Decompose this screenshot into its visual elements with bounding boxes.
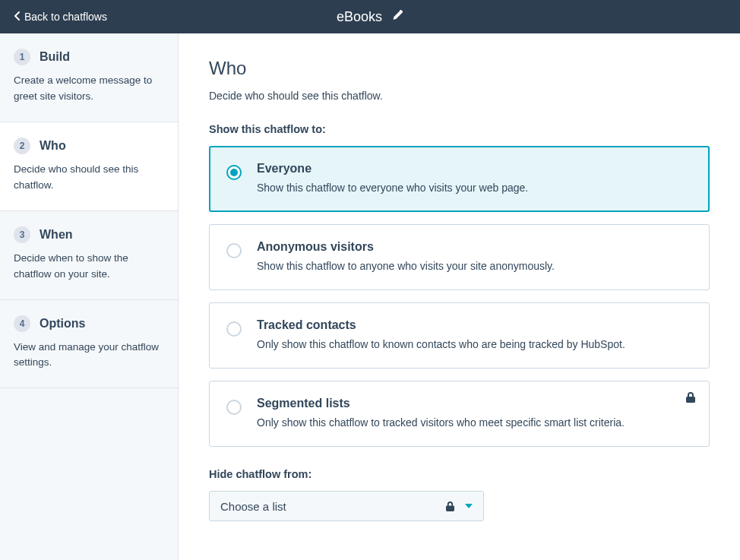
step-title: Who: [40, 139, 66, 153]
radio-everyone[interactable]: [226, 165, 242, 180]
back-to-chatflows-link[interactable]: Back to chatflows: [14, 11, 107, 23]
edit-icon[interactable]: [391, 9, 403, 25]
lock-icon: [446, 501, 454, 511]
caret-down-icon: [465, 504, 473, 508]
step-number: 4: [14, 315, 30, 332]
step-desc: View and manage your chatflow settings.: [14, 340, 164, 372]
back-label: Back to chatflows: [24, 11, 107, 23]
option-title: Everyone: [257, 162, 692, 176]
sidebar: 1 Build Create a welcome message to gree…: [0, 33, 179, 560]
hide-from-select[interactable]: Choose a list: [209, 491, 484, 521]
step-number: 3: [14, 226, 30, 243]
option-anonymous-visitors[interactable]: Anonymous visitors Show this chatflow to…: [209, 224, 710, 290]
lock-icon: [686, 392, 695, 406]
step-number: 1: [14, 49, 30, 65]
chevron-left-icon: [14, 11, 20, 23]
step-desc: Create a welcome message to greet site v…: [14, 73, 164, 105]
option-title: Tracked contacts: [257, 318, 692, 332]
chatflow-title-wrap: eBooks: [337, 9, 403, 25]
option-segmented-lists[interactable]: Segmented lists Only show this chatflow …: [209, 381, 710, 447]
select-placeholder: Choose a list: [220, 500, 286, 513]
option-title: Anonymous visitors: [257, 240, 692, 254]
option-tracked-contacts[interactable]: Tracked contacts Only show this chatflow…: [209, 302, 710, 369]
page-subtitle: Decide who should see this chatflow.: [209, 90, 710, 102]
step-title: Options: [40, 317, 85, 331]
main-panel: Who Decide who should see this chatflow.…: [179, 33, 740, 560]
hide-from-label: Hide chatflow from:: [209, 468, 710, 480]
step-title: When: [40, 228, 73, 242]
radio-anonymous[interactable]: [226, 243, 242, 258]
step-desc: Decide who should see this chatflow.: [14, 162, 164, 194]
option-desc: Show this chatflow to everyone who visit…: [257, 180, 692, 196]
page-title: Who: [209, 58, 710, 79]
chatflow-title: eBooks: [337, 9, 382, 25]
show-to-label: Show this chatflow to:: [209, 123, 710, 135]
step-desc: Decide when to show the chatflow on your…: [14, 251, 164, 283]
sidebar-step-when[interactable]: 3 When Decide when to show the chatflow …: [0, 211, 178, 300]
sidebar-step-build[interactable]: 1 Build Create a welcome message to gree…: [0, 33, 178, 122]
radio-segmented[interactable]: [226, 400, 242, 415]
option-desc: Only show this chatflow to known contact…: [257, 337, 692, 353]
sidebar-step-who[interactable]: 2 Who Decide who should see this chatflo…: [0, 122, 178, 211]
step-title: Build: [40, 50, 70, 64]
option-desc: Show this chatflow to anyone who visits …: [257, 258, 692, 274]
option-title: Segmented lists: [257, 397, 692, 410]
option-everyone[interactable]: Everyone Show this chatflow to everyone …: [209, 146, 710, 212]
radio-tracked[interactable]: [226, 321, 242, 337]
option-desc: Only show this chatflow to tracked visit…: [257, 415, 692, 431]
sidebar-step-options[interactable]: 4 Options View and manage your chatflow …: [0, 300, 178, 389]
step-number: 2: [14, 138, 30, 154]
topbar: Back to chatflows eBooks: [0, 0, 740, 33]
